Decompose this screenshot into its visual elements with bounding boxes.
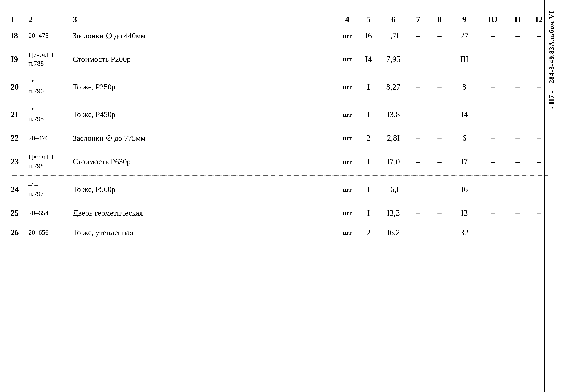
row-col8: – [431, 133, 448, 143]
row-col7: – [409, 208, 427, 218]
row-col5: 2 [360, 228, 377, 237]
table-row: 2I –"– п.795 То же, Р450р шт I I3,8 – – … [11, 101, 548, 129]
row-col10: – [480, 82, 505, 92]
row-col9: 6 [452, 133, 477, 143]
row-col10: – [480, 133, 505, 143]
row-col5: I [360, 82, 377, 92]
row-num: 2I [11, 110, 25, 119]
row-col5: I [360, 185, 377, 194]
row-col5: I [360, 110, 377, 119]
row-name: Стоимость Р630р [73, 157, 337, 166]
row-col10: – [480, 208, 505, 218]
row-col7: – [409, 185, 427, 194]
row-name: Заслонки ∅ до 775мм [73, 133, 337, 143]
row-col8: – [431, 55, 448, 64]
row-col8: – [431, 208, 448, 218]
row-num: 22 [11, 133, 25, 143]
row-unit: шт [338, 209, 356, 217]
row-col6: I6,I [381, 185, 406, 194]
row-col9: I4 [452, 110, 477, 119]
row-col6: 2,8I [381, 133, 406, 143]
row-col6: I3,3 [381, 208, 406, 218]
row-col8: – [431, 185, 448, 194]
side-label-bottom: - II7 - [547, 91, 556, 109]
row-col6: I6,2 [381, 228, 406, 237]
row-col7: – [409, 82, 427, 92]
table-row: I8 20–475 Заслонки ∅ до 440мм шт I6 I,7I… [11, 26, 548, 46]
row-code: Цен.ч.III п.798 [28, 153, 69, 170]
row-col7: – [409, 31, 427, 40]
row-col8: – [431, 31, 448, 40]
row-unit: шт [338, 32, 356, 40]
header-col-10: IO [480, 14, 505, 24]
row-col10: – [480, 228, 505, 237]
header-col-9: 9 [452, 14, 477, 24]
row-col7: – [409, 133, 427, 143]
row-col11: – [509, 31, 527, 40]
page-container: I 2 3 4 5 6 7 8 9 IO II I2 I8 20–475 Зас… [0, 0, 562, 392]
row-code: –"– п.790 [28, 78, 69, 96]
row-col6: 8,27 [381, 82, 406, 92]
row-name: Заслонки ∅ до 440мм [73, 31, 337, 40]
row-col6: I7,0 [381, 157, 406, 166]
row-col10: – [480, 185, 505, 194]
row-unit: шт [338, 111, 356, 119]
row-col11: – [509, 110, 527, 119]
row-unit: шт [338, 158, 356, 166]
header-col-3: 3 [73, 14, 337, 24]
row-name: Дверь герметическая [73, 208, 337, 217]
row-code: Цен.ч.III п.788 [28, 50, 69, 68]
row-unit: шт [338, 134, 356, 142]
row-num: 24 [11, 185, 25, 194]
row-col11: – [509, 133, 527, 143]
row-code: 20–656 [28, 228, 69, 237]
row-col6: I,7I [381, 31, 406, 40]
row-col5: I [360, 208, 377, 218]
row-col10: – [480, 55, 505, 64]
row-num: I9 [11, 55, 25, 64]
row-code: 20–475 [28, 32, 69, 40]
table-row: 23 Цен.ч.III п.798 Стоимость Р630р шт I … [11, 148, 548, 176]
table-row: 24 –"– п.797 То же, Р560р шт I I6,I – – … [11, 176, 548, 203]
table-row: 26 20–656 То же, утепленная шт 2 I6,2 – … [11, 223, 548, 242]
header-col-5: 5 [360, 14, 377, 24]
side-label-top: 284-3-49.83Альбом VI [548, 11, 555, 83]
row-col10: – [480, 110, 505, 119]
header-row: I 2 3 4 5 6 7 8 9 IO II I2 [11, 11, 548, 26]
row-name: Стоимость Р200р [73, 55, 337, 64]
row-num: I8 [11, 31, 25, 40]
row-num: 20 [11, 82, 25, 92]
row-col8: – [431, 228, 448, 237]
row-col9: I6 [452, 185, 477, 194]
row-col7: – [409, 55, 427, 64]
row-col11: – [509, 208, 527, 218]
row-col11: – [509, 157, 527, 166]
row-col9: I3 [452, 208, 477, 218]
row-unit: шт [338, 83, 356, 91]
row-col9: 27 [452, 31, 477, 40]
row-col6: 7,95 [381, 55, 406, 64]
table-row: 20 –"– п.790 То же, Р250р шт I 8,27 – – … [11, 73, 548, 101]
row-name: То же, утепленная [73, 228, 337, 237]
row-col5: 2 [360, 133, 377, 143]
row-name: То же, Р560р [73, 185, 337, 194]
right-margin: 284-3-49.83Альбом VI - II7 - [544, 0, 558, 392]
row-col7: – [409, 228, 427, 237]
header-col-2: 2 [28, 14, 69, 24]
table-row: 25 20–654 Дверь герметическая шт I I3,3 … [11, 203, 548, 223]
row-code: –"– п.797 [28, 180, 69, 198]
header-col-8: 8 [431, 14, 448, 24]
row-code: –"– п.795 [28, 106, 69, 123]
row-col11: – [509, 82, 527, 92]
row-col11: – [509, 55, 527, 64]
header-col-6: 6 [381, 14, 406, 24]
table-row: I9 Цен.ч.III п.788 Стоимость Р200р шт I4… [11, 46, 548, 73]
table-row: 22 20–476 Заслонки ∅ до 775мм шт 2 2,8I … [11, 128, 548, 148]
header-col-1: I [11, 14, 25, 24]
row-col8: – [431, 157, 448, 166]
row-col9: I7 [452, 157, 477, 166]
row-name: То же, Р450р [73, 110, 337, 119]
row-col11: – [509, 228, 527, 237]
header-col-11: II [509, 14, 527, 24]
row-code: 20–654 [28, 209, 69, 217]
